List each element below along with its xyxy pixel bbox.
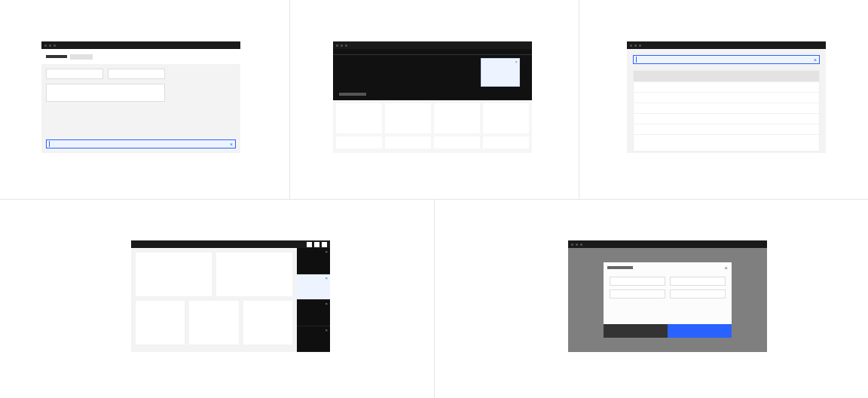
text-input[interactable] (46, 69, 103, 79)
traffic-light-icon (634, 44, 637, 47)
right-tab-sidebar: × × × × (297, 248, 330, 352)
wireframe-form-panel: × (41, 41, 240, 153)
close-icon[interactable]: × (325, 250, 328, 254)
window-body: × (627, 49, 826, 153)
card[interactable] (434, 103, 480, 133)
breadcrumb-segment[interactable] (46, 55, 67, 58)
window-titlebar (131, 240, 330, 248)
card[interactable] (336, 103, 382, 133)
text-caret-icon (636, 57, 637, 63)
window-control-icon[interactable] (322, 242, 327, 247)
gallery-tile[interactable] (189, 301, 238, 344)
hero-heading-placeholder (339, 93, 366, 96)
result-list (633, 70, 820, 152)
list-item[interactable] (634, 103, 819, 113)
text-input[interactable] (610, 277, 665, 286)
gallery-tile[interactable] (136, 301, 185, 344)
gallery-tile[interactable] (243, 301, 292, 344)
window-control-icon[interactable] (307, 242, 312, 247)
close-icon[interactable]: × (325, 328, 328, 332)
close-icon[interactable]: × (724, 265, 728, 271)
secondary-button[interactable] (604, 324, 668, 338)
traffic-light-icon (571, 243, 573, 246)
window-control-icon[interactable] (314, 242, 319, 247)
text-caret-icon (49, 141, 50, 147)
card[interactable] (385, 103, 431, 133)
search-input[interactable]: × (633, 55, 820, 64)
modal-backdrop: × (568, 248, 767, 352)
traffic-light-icon (44, 44, 47, 47)
traffic-light-icon (341, 44, 343, 47)
wireframe-gallery-sidebar: × × × × (131, 240, 330, 352)
nav-bar (333, 49, 532, 55)
window-titlebar (333, 41, 532, 49)
wireframe-modal-dialog: × (568, 240, 767, 352)
traffic-light-icon (630, 44, 632, 47)
card[interactable] (336, 136, 382, 148)
sidebar-tab[interactable]: × (297, 300, 330, 326)
popover-panel[interactable]: × (481, 58, 520, 87)
dialog: × (604, 262, 732, 338)
window-body: × × × × (131, 248, 330, 352)
primary-button[interactable] (668, 324, 732, 338)
card[interactable] (483, 103, 529, 133)
window-titlebar (627, 41, 826, 49)
list-item[interactable] (634, 92, 819, 103)
card[interactable] (434, 136, 480, 148)
sidebar-tab-selected[interactable]: × (297, 274, 330, 301)
textarea-input[interactable] (46, 84, 165, 102)
menu-selected-item[interactable] (70, 54, 93, 60)
dialog-footer (604, 324, 732, 338)
sidebar-tab[interactable]: × (297, 326, 330, 353)
text-input[interactable] (670, 277, 726, 286)
traffic-light-icon (336, 44, 338, 47)
dialog-header: × (604, 262, 732, 273)
window-body: × (333, 49, 532, 153)
traffic-light-icon (580, 243, 582, 246)
list-header (634, 71, 819, 81)
dialog-title-placeholder (607, 266, 633, 269)
focused-text-input[interactable]: × (46, 139, 236, 148)
grid-divider (289, 0, 290, 199)
window-titlebar (41, 41, 240, 49)
window-body: × (41, 49, 240, 153)
gallery-tile[interactable] (216, 253, 292, 296)
text-input[interactable] (670, 289, 726, 298)
card[interactable] (385, 136, 431, 148)
traffic-light-icon (345, 44, 347, 47)
dialog-body (604, 273, 732, 324)
window-titlebar (568, 240, 767, 248)
wireframe-search-list: × (627, 41, 826, 153)
traffic-light-icon (49, 44, 51, 47)
toolbar (41, 49, 240, 64)
list-item[interactable] (634, 113, 819, 124)
list-item[interactable] (634, 134, 819, 145)
close-icon[interactable]: × (515, 60, 518, 64)
gallery-grid (131, 248, 297, 352)
hero-section: × (333, 55, 532, 100)
close-icon[interactable]: × (325, 276, 328, 280)
list-item[interactable] (634, 124, 819, 134)
card[interactable] (483, 136, 529, 148)
traffic-light-icon (53, 44, 56, 47)
gallery-tile[interactable] (136, 253, 212, 296)
text-input[interactable] (610, 289, 665, 298)
list-item[interactable] (634, 81, 819, 92)
traffic-light-icon (576, 243, 578, 246)
text-input[interactable] (108, 69, 165, 79)
close-icon[interactable]: × (325, 302, 328, 306)
wireframe-hero-popover: × (333, 41, 532, 153)
card-grid (336, 103, 529, 150)
clear-icon[interactable]: × (230, 142, 233, 147)
grid-divider (579, 0, 579, 199)
grid-divider (434, 199, 435, 398)
sidebar-tab[interactable]: × (297, 248, 330, 274)
traffic-light-icon (639, 44, 641, 47)
clear-icon[interactable]: × (814, 57, 817, 63)
